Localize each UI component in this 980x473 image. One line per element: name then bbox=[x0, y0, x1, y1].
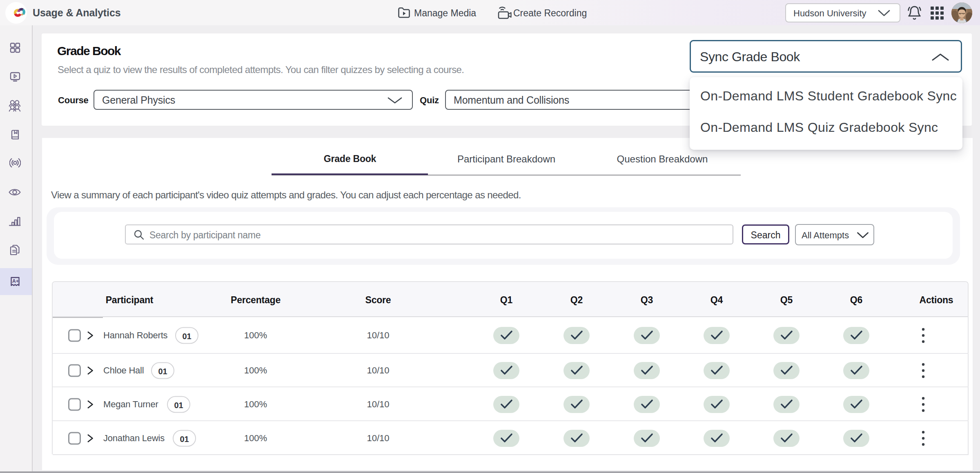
svg-text:A+: A+ bbox=[12, 278, 19, 284]
